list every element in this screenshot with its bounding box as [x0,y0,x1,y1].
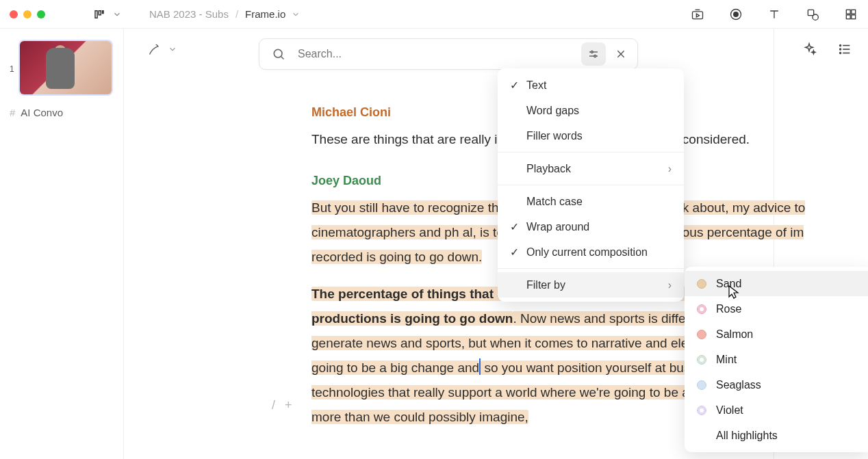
search-close-button[interactable] [609,42,633,66]
menu-item-wrap-around[interactable]: ✓Wrap around [498,214,684,239]
color-swatch-icon [697,380,706,390]
close-window-button[interactable] [10,10,18,18]
menu-item-match-case[interactable]: Match case [498,189,684,214]
color-item-label: Seaglass [716,379,761,391]
app-menu-chevron-icon[interactable] [112,10,122,19]
pen-tool-chevron-icon[interactable] [168,44,177,54]
color-swatch-icon [697,279,706,289]
svg-rect-1 [99,10,101,14]
sidebar-tag-label: AI Convo [21,107,63,118]
zoom-window-button[interactable] [37,10,45,18]
menu-item-word-gaps[interactable]: Word gaps [498,98,684,123]
composition-thumbnail[interactable] [20,41,112,94]
titlebar: NAB 2023 - Subs / Frame.io [0,0,868,29]
svg-rect-0 [95,10,97,18]
search-icon [272,47,285,61]
svg-rect-3 [693,11,703,18]
svg-rect-9 [846,10,850,14]
svg-marker-4 [696,14,699,17]
menu-item-label: Filler words [526,130,583,142]
media-icon[interactable] [690,7,705,22]
chevron-right-icon: › [668,279,672,291]
shapes-icon[interactable] [805,7,820,22]
block-gutter: / + [272,398,292,412]
color-item-all-highlights[interactable]: All highlights [685,423,868,448]
menu-item-label: Filter by [526,279,565,291]
sidebar: 1 #AI Convo [0,29,124,459]
search-input[interactable] [298,48,581,60]
block-handle-icon[interactable]: / [272,398,275,412]
color-swatch-icon [697,330,706,339]
color-item-label: Salmon [716,328,753,341]
svg-point-22 [591,51,593,53]
menu-separator [498,185,684,185]
hash-icon: # [10,107,15,118]
color-item-label: All highlights [716,430,778,442]
search-filter-button[interactable] [581,42,606,66]
color-item-violet[interactable]: Violet [685,397,868,423]
menu-item-label: Text [526,79,546,92]
page-number: 1 [10,64,14,74]
color-item-rose[interactable]: Rose [685,296,868,322]
svg-rect-11 [846,14,850,18]
chevron-right-icon: › [668,163,672,175]
minimize-window-button[interactable] [23,10,31,18]
titlebar-right-tools [690,7,858,22]
menu-separator [498,268,684,269]
color-swatch-icon [697,355,706,365]
menu-item-label: Word gaps [526,105,579,117]
menu-item-filler-words[interactable]: Filler words [498,123,684,148]
breadcrumb-project[interactable]: NAB 2023 - Subs [149,8,229,20]
svg-point-16 [840,45,841,47]
pen-tool-icon[interactable] [144,39,165,60]
svg-point-17 [840,49,841,50]
color-item-label: Sand [716,278,741,290]
breadcrumb: NAB 2023 - Subs / Frame.io [149,8,301,20]
record-icon[interactable] [728,7,743,22]
svg-rect-10 [852,10,856,14]
color-swatch-icon [697,406,706,415]
svg-point-18 [840,53,841,54]
grid-view-icon[interactable] [843,7,858,22]
sidebar-tag[interactable]: #AI Convo [10,107,114,118]
svg-point-6 [734,12,739,16]
breadcrumb-separator: / [235,8,238,20]
search-bar [259,38,638,70]
menu-item-playback[interactable]: Playback› [498,156,684,181]
text-tool-icon[interactable] [767,7,782,22]
editor-right-tools [801,41,853,57]
menu-item-text[interactable]: ✓Text [498,73,684,98]
app-logo-icon[interactable] [93,7,108,22]
color-item-label: Mint [716,354,737,366]
svg-rect-12 [852,14,856,18]
svg-line-20 [281,57,284,60]
add-block-icon[interactable]: + [285,398,292,412]
check-icon: ✓ [510,220,526,233]
menu-item-label: Match case [526,196,583,208]
filter-by-submenu: Sand Rose Salmon Mint Seaglass Violet Al… [685,267,868,452]
outline-list-icon[interactable] [837,41,853,57]
color-item-label: Rose [716,303,741,315]
menu-separator [498,152,684,153]
color-item-label: Violet [716,404,743,417]
search-options-menu: ✓Text Word gaps Filler words Playback› M… [498,68,684,302]
color-item-sand[interactable]: Sand [685,271,868,296]
color-item-seaglass[interactable]: Seaglass [685,372,868,397]
breadcrumb-file[interactable]: Frame.io [245,8,285,20]
check-icon: ✓ [510,79,526,92]
sparkle-icon[interactable] [801,41,817,57]
svg-point-19 [274,49,282,57]
color-item-mint[interactable]: Mint [685,347,868,372]
check-icon: ✓ [510,246,526,259]
menu-item-label: Playback [526,163,571,175]
color-swatch-icon [697,304,706,314]
breadcrumb-chevron-icon[interactable] [291,10,301,19]
menu-item-label: Only current composition [526,246,648,259]
window-controls [10,10,45,18]
menu-item-filter-by[interactable]: Filter by› [498,272,684,298]
menu-item-label: Wrap around [526,221,589,233]
color-item-salmon[interactable]: Salmon [685,322,868,347]
menu-item-only-current[interactable]: ✓Only current composition [498,239,684,265]
svg-point-8 [813,14,818,20]
svg-rect-2 [103,10,104,13]
